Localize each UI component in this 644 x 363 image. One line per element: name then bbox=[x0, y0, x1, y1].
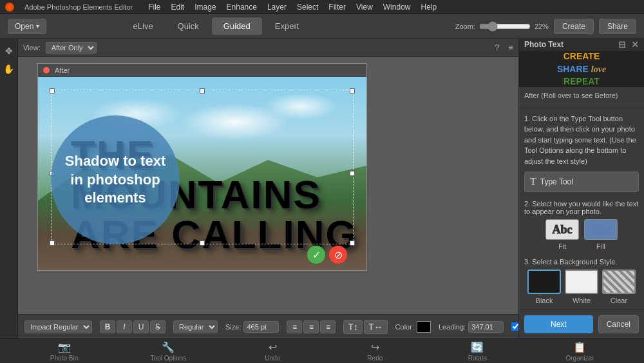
photo-bin-button[interactable]: 📷 Photo Bin bbox=[48, 341, 80, 362]
style-fill-option[interactable]: Abc Fill bbox=[584, 219, 618, 250]
zoom-slider[interactable] bbox=[479, 21, 531, 32]
redo-label: Redo bbox=[367, 355, 383, 362]
type-tool-button[interactable]: T Type Tool bbox=[524, 172, 639, 192]
open-button[interactable]: Open ▾ bbox=[8, 19, 46, 34]
menu-view[interactable]: View bbox=[356, 3, 373, 12]
handle-top-right[interactable] bbox=[350, 88, 355, 93]
panel-close-icon[interactable]: ✕ bbox=[631, 39, 639, 50]
hand-tool-icon[interactable]: ✋ bbox=[2, 62, 16, 76]
photo-bin-icon: 📷 bbox=[58, 341, 71, 353]
share-button[interactable]: Share bbox=[599, 19, 636, 34]
menu-image[interactable]: Image bbox=[194, 3, 216, 12]
rotate-icon: 🔄 bbox=[471, 341, 484, 353]
preview-text: CREATE SHARE love REPEAT bbox=[557, 52, 606, 87]
more-options-icon[interactable]: ≡ bbox=[508, 43, 513, 52]
organizer-icon: 📋 bbox=[573, 341, 586, 353]
anti-alias-checkbox[interactable] bbox=[511, 322, 518, 331]
color-swatch[interactable] bbox=[417, 321, 431, 333]
tab-elive[interactable]: eLive bbox=[122, 17, 165, 35]
tab-guided[interactable]: Guided bbox=[212, 17, 262, 35]
font-size-group: Size: bbox=[225, 321, 279, 333]
italic-button[interactable]: I bbox=[117, 320, 132, 333]
underline-button[interactable]: U bbox=[133, 320, 149, 333]
align-right-button[interactable]: ≡ bbox=[320, 320, 336, 333]
help-icon[interactable]: ? bbox=[495, 43, 499, 52]
tab-quick[interactable]: Quick bbox=[166, 17, 211, 35]
move-tool-icon[interactable]: ✥ bbox=[2, 44, 16, 58]
step1-section: 1. Click on the Type Tool button below, … bbox=[519, 108, 644, 172]
next-button[interactable]: Next bbox=[524, 315, 593, 333]
bg-white-box bbox=[565, 270, 598, 294]
text-vertical-button[interactable]: T↔ bbox=[364, 320, 388, 334]
step1-text: 1. Click on the Type Tool button below, … bbox=[524, 113, 639, 167]
canvas-image[interactable]: THE MOUNTAINS ARE CALLING ✓ ⊘ bbox=[38, 77, 366, 270]
panel-footer: Next Cancel bbox=[519, 309, 644, 338]
handle-bottom-right[interactable] bbox=[350, 240, 355, 246]
menu-layer[interactable]: Layer bbox=[267, 3, 287, 12]
align-center-button[interactable]: ≡ bbox=[303, 320, 319, 333]
confirm-cancel-button[interactable]: ⊘ bbox=[329, 246, 347, 264]
canvas-close-button[interactable] bbox=[43, 67, 50, 74]
menu-file[interactable]: File bbox=[148, 3, 160, 12]
cancel-button[interactable]: Cancel bbox=[598, 315, 639, 333]
text-horizontal-button[interactable]: T↕ bbox=[343, 320, 363, 334]
align-left-button[interactable]: ≡ bbox=[287, 320, 302, 333]
menu-help[interactable]: Help bbox=[421, 3, 437, 12]
redo-icon: ↪ bbox=[371, 341, 379, 353]
type-tool-label: Type Tool bbox=[540, 177, 573, 186]
menu-enhance[interactable]: Enhance bbox=[227, 3, 257, 12]
menu-edit[interactable]: Edit bbox=[171, 3, 185, 12]
open-chevron-icon: ▾ bbox=[36, 23, 39, 30]
main-area: ✥ ✋ View: After Only ? ≡ After bbox=[0, 39, 644, 338]
color-label: Color: bbox=[395, 323, 414, 331]
font-style-select[interactable]: Regular bbox=[173, 320, 218, 333]
text-direction-buttons: T↕ T↔ bbox=[343, 320, 387, 334]
confirm-bar: ✓ ⊘ bbox=[307, 246, 347, 264]
step3-text: 3. Select a Background Style. bbox=[524, 258, 639, 266]
handle-bottom-left[interactable] bbox=[50, 240, 55, 246]
preview-image: CREATE SHARE love REPEAT bbox=[519, 52, 644, 87]
bg-white-option[interactable]: White bbox=[565, 270, 598, 304]
confirm-ok-button[interactable]: ✓ bbox=[307, 246, 325, 264]
bg-clear-label: Clear bbox=[611, 297, 627, 304]
rotate-label: Rotate bbox=[468, 355, 487, 362]
leading-input[interactable] bbox=[468, 321, 504, 333]
menu-select[interactable]: Select bbox=[297, 3, 318, 12]
canvas-content: After THE MOUNTAINS ARE CALLING bbox=[18, 57, 518, 314]
panel-minimize-icon[interactable]: ⊟ bbox=[618, 39, 626, 50]
create-button[interactable]: Create bbox=[554, 19, 594, 34]
bottom-toolbar: 📷 Photo Bin 🔧 Tool Options ↩ Undo ↪ Redo… bbox=[0, 338, 644, 363]
font-size-input[interactable] bbox=[243, 321, 279, 333]
bold-button[interactable]: B bbox=[100, 320, 115, 333]
tool-options-button[interactable]: 🔧 Tool Options bbox=[151, 341, 187, 362]
rotate-button[interactable]: 🔄 Rotate bbox=[461, 341, 493, 362]
font-family-select[interactable]: Impact Regular bbox=[24, 320, 92, 333]
text-options-bar: Impact Regular B I U S̶ Regular Size: ≡ … bbox=[18, 314, 518, 338]
step3-section: 3. Select a Background Style. Black Whit… bbox=[519, 255, 644, 309]
zoom-value: 22% bbox=[535, 23, 549, 30]
menu-window[interactable]: Window bbox=[383, 3, 411, 12]
view-bar: View: After Only ? ≡ bbox=[18, 39, 518, 57]
handle-top-mid[interactable] bbox=[200, 88, 205, 93]
view-select[interactable]: After Only bbox=[46, 42, 97, 54]
handle-mid-right[interactable] bbox=[350, 171, 355, 176]
mode-tabs: eLive Quick Guided Expert bbox=[122, 17, 311, 35]
bg-clear-option[interactable]: Clear bbox=[602, 270, 636, 304]
t-icon: T bbox=[530, 176, 536, 188]
style-fit-label: Fit bbox=[558, 242, 566, 250]
strikethrough-button[interactable]: S̶ bbox=[150, 320, 166, 333]
bg-black-option[interactable]: Black bbox=[527, 270, 561, 304]
style-fit-option[interactable]: Abc Fit bbox=[545, 219, 579, 250]
redo-button[interactable]: ↪ Redo bbox=[359, 341, 391, 362]
bg-clear-box bbox=[602, 270, 636, 294]
undo-button[interactable]: ↩ Undo bbox=[256, 341, 289, 362]
bg-white-label: White bbox=[573, 297, 591, 304]
handle-bottom-mid[interactable] bbox=[200, 240, 205, 246]
handle-top-left[interactable] bbox=[50, 88, 55, 93]
organizer-button[interactable]: 📋 Organizer bbox=[564, 341, 596, 362]
style-fill-label: Fill bbox=[596, 242, 605, 250]
tab-expert[interactable]: Expert bbox=[263, 17, 311, 35]
menu-filter[interactable]: Filter bbox=[328, 3, 346, 12]
circle-text: Shadow to text in photoshop elements bbox=[51, 139, 180, 221]
canvas-area: View: After Only ? ≡ After THE MOUNTAINS… bbox=[18, 39, 518, 338]
